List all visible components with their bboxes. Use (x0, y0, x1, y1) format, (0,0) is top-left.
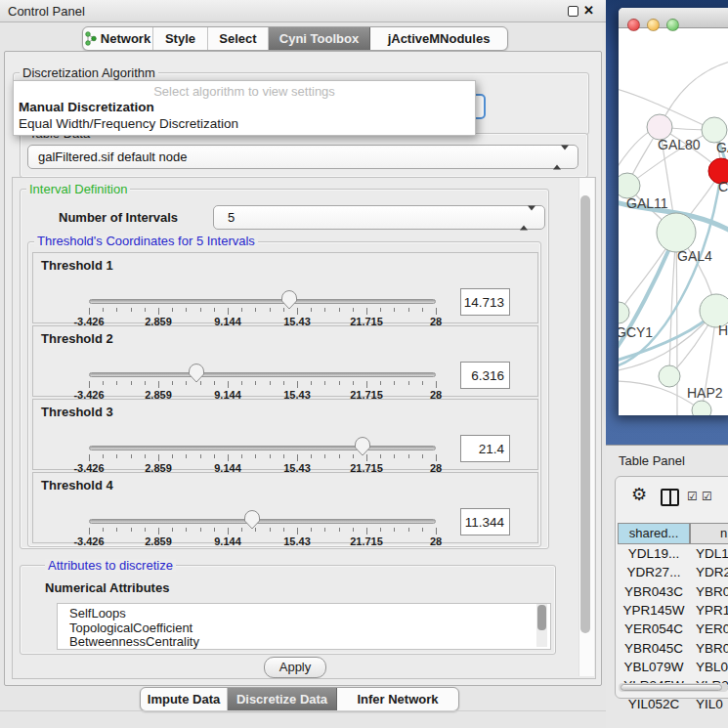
table-row-cell[interactable]: YIL052C (618, 697, 690, 711)
close-icon[interactable]: ✕ (583, 3, 594, 18)
apply-button[interactable]: Apply (264, 657, 326, 678)
table-row-cell[interactable]: YBL079W (618, 660, 690, 674)
slider-thumb[interactable] (280, 290, 298, 310)
tick-mark (89, 528, 90, 535)
tick-mark (366, 308, 367, 315)
tick-mark (339, 528, 340, 532)
tick-mark (255, 381, 256, 385)
table-hscrollbar-thumb[interactable] (621, 684, 722, 691)
control-panel-title: Control Panel (8, 4, 85, 19)
table-row-cell[interactable]: YBR043C (618, 584, 690, 599)
column-header-2[interactable]: n... (690, 523, 728, 544)
node-name: YDR2 (696, 565, 728, 579)
table-row-cell[interactable]: YER0 (696, 621, 728, 636)
table-row-cell[interactable]: YPR145W (618, 603, 690, 618)
tick-mark (103, 308, 104, 312)
network-window-titlebar[interactable] (619, 8, 728, 28)
tick-mark (116, 381, 117, 385)
list-scrollbar-thumb[interactable] (537, 605, 546, 630)
table-row-cell[interactable]: YER054C (618, 621, 690, 636)
tab-style[interactable]: Style (153, 27, 208, 50)
node-suid: YIL052C (628, 697, 680, 711)
algorithm-option-manual-discretization[interactable]: Manual Discretization (19, 100, 154, 114)
numerical-attributes-list[interactable]: SelfLoopsTopologicalCoefficientBetweenne… (57, 603, 551, 650)
tick-mark (103, 528, 104, 532)
tab-select[interactable]: Select (208, 27, 269, 50)
select-all-columns-icon[interactable]: ☑ (702, 490, 712, 503)
slider-thumb[interactable] (243, 510, 261, 530)
tab-infer-network[interactable]: Infer Network (337, 688, 458, 710)
table-row-cell[interactable]: YBR0 (696, 584, 728, 599)
tab-discretize-data[interactable]: Discretize Data (228, 688, 337, 710)
tab-impute-data[interactable]: Impute Data (141, 688, 228, 710)
network-graph[interactable]: GAL80GALCGAL11GAL4GCY1HHAP2 (619, 27, 728, 415)
table-row-cell[interactable]: YDL19... (618, 546, 690, 561)
slider-track[interactable] (89, 372, 436, 377)
tab-label: Select (219, 27, 256, 50)
slider-track[interactable] (89, 519, 436, 524)
tick-label: 28 (430, 535, 442, 547)
tick-mark (241, 454, 242, 458)
network-edge[interactable] (669, 233, 676, 376)
tick-mark (422, 528, 423, 532)
tick-mark (353, 528, 354, 532)
tick-mark (145, 381, 146, 385)
tick-mark (228, 381, 229, 388)
network-edge[interactable] (660, 61, 728, 127)
table-row-cell[interactable]: YDL1 (696, 546, 728, 561)
tab-jactivemnodules[interactable]: jActiveMNodules (370, 27, 507, 50)
network-node[interactable] (657, 213, 696, 252)
node-suid: YPR145W (622, 603, 684, 618)
node-suid: YBR045C (624, 641, 683, 656)
threshold-value-field[interactable]: 11.344 (460, 508, 510, 535)
table-row-cell[interactable]: YDR27... (618, 565, 690, 579)
tick-label: -3.426 (73, 535, 104, 547)
tab-network[interactable]: Network (83, 27, 153, 50)
table-row-cell[interactable]: YPR1 (696, 603, 728, 618)
tick-mark (339, 381, 340, 385)
tick-mark (324, 308, 325, 312)
tick-mark (436, 454, 437, 461)
slider-thumb[interactable] (188, 364, 205, 383)
table-row-cell[interactable]: YBL0 (696, 660, 728, 674)
slider-thumb[interactable] (354, 437, 371, 456)
threshold-value-field[interactable]: 14.713 (460, 288, 510, 316)
table-row-cell[interactable]: YBR045C (618, 641, 690, 656)
slider-track[interactable] (89, 299, 436, 304)
slider-track[interactable] (89, 446, 436, 450)
tick-label: 21.715 (350, 535, 383, 547)
tick-mark (241, 308, 242, 312)
table-row-cell[interactable]: YDR2 (696, 565, 728, 579)
table-row-cell[interactable]: YBR0 (696, 641, 728, 656)
table-data-combobox[interactable]: galFiltered.sif default node (27, 145, 578, 169)
node-label-gal80: GAL80 (658, 137, 701, 152)
tick-mark (270, 454, 271, 458)
tick-mark (408, 381, 409, 385)
vertical-scrollbar-thumb[interactable] (580, 195, 590, 633)
combo-stepper-icon (520, 210, 535, 225)
tab-cyni-toolbox[interactable]: Cyni Toolbox (269, 27, 370, 50)
column-layout-icon[interactable] (661, 489, 679, 506)
tick-mark (324, 528, 325, 532)
threshold-value-field[interactable]: 21.4 (460, 435, 510, 462)
number-of-intervals-value: 5 (228, 210, 235, 225)
tick-mark (422, 308, 423, 312)
network-node[interactable] (692, 401, 711, 415)
select-columns-icon[interactable]: ☑ (687, 490, 698, 503)
network-node[interactable] (659, 365, 680, 387)
attributes-group-title: Attributes to discretize (45, 559, 176, 572)
tick-mark (200, 454, 201, 458)
attribute-item-betweennesscentrality[interactable]: BetweennessCentrality (69, 634, 199, 649)
attribute-item-topologicalcoefficient[interactable]: TopologicalCoefficient (69, 621, 193, 635)
tick-mark (214, 308, 215, 312)
float-window-icon[interactable] (568, 6, 578, 17)
table-row-cell[interactable]: YIL0 (696, 697, 723, 711)
number-of-intervals-combobox[interactable]: 5 (213, 205, 545, 230)
algorithm-option-equal-width-frequency-discretization[interactable]: Equal Width/Frequency Discretization (19, 116, 238, 131)
network-node[interactable] (619, 302, 629, 323)
column-header-1[interactable]: shared... (618, 523, 690, 544)
gear-icon[interactable]: ⚙ (631, 484, 647, 505)
attribute-item-selfloops[interactable]: SelfLoops (69, 606, 126, 621)
threshold-label: Threshold 3 (41, 405, 113, 419)
threshold-value-field[interactable]: 6.316 (460, 362, 510, 389)
